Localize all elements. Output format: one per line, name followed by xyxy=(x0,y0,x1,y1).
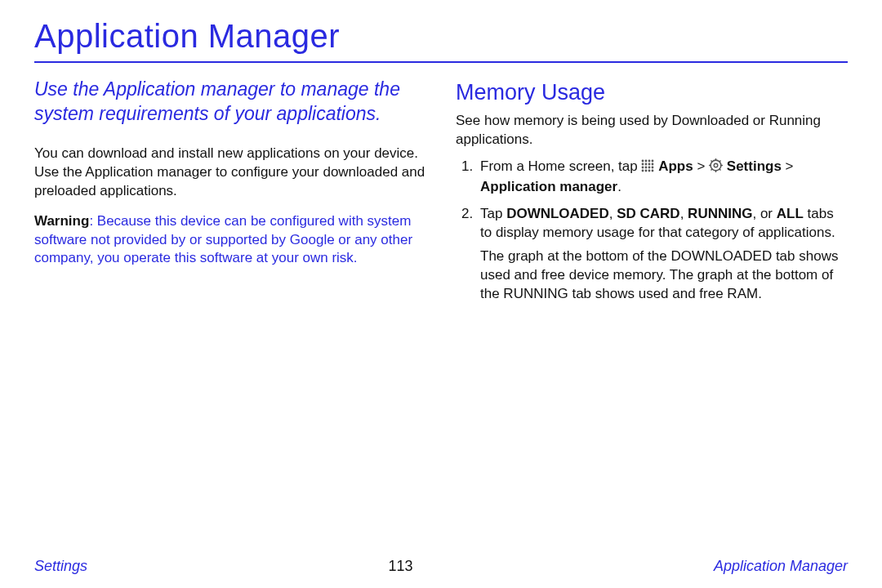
apps-grid-icon xyxy=(641,159,654,178)
tab-downloaded: DOWNLOADED xyxy=(506,206,609,221)
svg-point-5 xyxy=(645,163,648,166)
svg-point-10 xyxy=(648,167,651,169)
svg-line-22 xyxy=(711,161,713,163)
svg-point-12 xyxy=(642,170,644,172)
tab-sdcard: SD CARD xyxy=(617,206,679,221)
left-column: Use the Application manager to manage th… xyxy=(34,78,426,312)
svg-point-13 xyxy=(645,170,648,172)
page-footer: Settings 113 Application Manager xyxy=(0,558,882,575)
or-text: , or xyxy=(752,206,776,221)
comma-2: , xyxy=(680,206,688,221)
tab-all: ALL xyxy=(777,206,804,221)
apps-label: Apps xyxy=(658,158,693,174)
footer-page-number: 113 xyxy=(388,558,412,575)
svg-point-2 xyxy=(648,160,651,163)
svg-point-3 xyxy=(652,160,654,163)
warning-paragraph: Warning: Because this device can be conf… xyxy=(34,212,426,269)
graph-paragraph: The graph at the bottom of the DOWNLOADE… xyxy=(480,247,848,304)
comma-1: , xyxy=(609,206,617,221)
warning-body: : Because this device can be configured … xyxy=(34,213,412,266)
gt-2: > xyxy=(782,158,794,174)
svg-point-7 xyxy=(652,163,654,166)
memory-usage-heading: Memory Usage xyxy=(456,78,848,107)
svg-point-0 xyxy=(642,160,644,163)
footer-right: Application Manager xyxy=(714,558,848,575)
step-2: Tap DOWNLOADED, SD CARD, RUNNING, or ALL… xyxy=(477,205,848,304)
footer-left: Settings xyxy=(34,558,87,575)
gt-1: > xyxy=(693,158,709,174)
svg-point-8 xyxy=(642,167,644,169)
settings-label: Settings xyxy=(727,158,782,174)
svg-point-4 xyxy=(642,163,644,166)
memory-usage-lead: See how memory is being used by Download… xyxy=(456,112,848,149)
step2-pre: Tap xyxy=(480,206,506,221)
title-rule xyxy=(34,61,848,63)
warning-label: Warning xyxy=(34,213,89,229)
intro-text: Use the Application manager to manage th… xyxy=(34,78,426,127)
svg-point-6 xyxy=(648,163,651,166)
right-column: Memory Usage See how memory is being use… xyxy=(456,78,848,312)
steps-list: From a Home screen, tap Apps > xyxy=(456,158,848,304)
svg-line-25 xyxy=(719,161,721,163)
svg-line-24 xyxy=(711,169,713,171)
description-paragraph: You can download and install new applica… xyxy=(34,145,426,201)
svg-point-15 xyxy=(652,170,654,172)
page-title: Application Manager xyxy=(34,18,848,61)
step1-pre: From a Home screen, tap xyxy=(480,158,641,174)
appmgr-label: Application manager xyxy=(480,179,617,194)
svg-point-9 xyxy=(645,167,648,169)
step-1: From a Home screen, tap Apps > xyxy=(477,158,848,197)
svg-point-1 xyxy=(645,160,648,163)
settings-gear-icon xyxy=(709,158,723,178)
svg-point-14 xyxy=(648,170,651,172)
svg-line-23 xyxy=(719,169,721,171)
tab-running: RUNNING xyxy=(688,206,752,221)
svg-point-11 xyxy=(652,167,654,169)
content-columns: Use the Application manager to manage th… xyxy=(34,78,848,312)
svg-point-17 xyxy=(714,164,718,168)
period-1: . xyxy=(617,179,621,194)
